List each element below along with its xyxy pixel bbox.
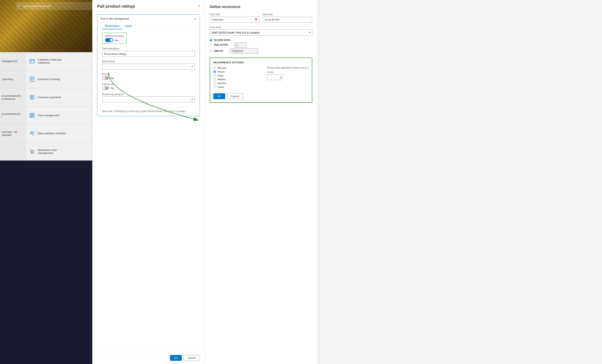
dialog-ok-button[interactable]: OK [170, 355, 182, 361]
pattern-options-left: Minutes Hours Days Weeks Months [213, 66, 259, 89]
critical-job-field: Critical Job No [102, 83, 195, 90]
pattern-years-option[interactable]: Years [213, 86, 259, 88]
left-tile-6 [0, 142, 26, 161]
svg-rect-3 [30, 113, 34, 114]
left-tile-3: ss processes for a resources [0, 88, 26, 106]
pattern-days-radio[interactable] [213, 74, 216, 77]
time-zone-row: Time zone (GMT-08:00) Pacific Time (US &… [210, 26, 312, 35]
end-options-group: NO END DATE END AFTER: END BY: [210, 39, 312, 54]
critical-job-toggle[interactable] [102, 86, 109, 90]
private-field: Private No [102, 73, 195, 80]
critical-job-toggle-row: No [102, 86, 195, 90]
sidebar-item-customer-payments[interactable]: Customer payments [26, 88, 92, 106]
pattern-weeks-option[interactable]: Weeks [213, 78, 259, 81]
pattern-months-option[interactable]: Months [213, 82, 259, 85]
task-description-input[interactable] [102, 51, 195, 57]
payment-icon [29, 95, 35, 100]
batch-processing-section: Batch processing Yes [102, 33, 127, 44]
svg-point-7 [33, 152, 34, 153]
pattern-hours-option[interactable]: Hours [213, 70, 259, 73]
end-after-label: END AFTER: [214, 43, 228, 46]
pattern-months-radio[interactable] [213, 82, 216, 85]
svg-rect-4 [30, 115, 34, 116]
recurrence-ok-button[interactable]: OK [213, 93, 225, 99]
batch-group-field: Batch group [102, 60, 195, 70]
start-time-input[interactable] [263, 17, 312, 23]
time-zone-field: Time zone (GMT-08:00) Pacific Time (US &… [210, 26, 312, 35]
batch-processing-value: Yes [114, 39, 118, 42]
sidebar-item-customer-invoicing[interactable]: Customer invoicing [26, 70, 92, 88]
tab-alerts[interactable]: Alerts [122, 23, 134, 29]
sidebar-item-customer-credit[interactable]: Customer credit and collections [26, 52, 92, 70]
left-tile-5: overview - all mpanies [0, 124, 26, 142]
pattern-minutes-option[interactable]: Minutes [213, 66, 259, 69]
end-after-option[interactable]: END AFTER: [210, 42, 312, 48]
tab-recurrence[interactable]: Recurrence [102, 23, 122, 29]
time-zone-select[interactable]: (GMT-08:00) Pacific Time (US & Canada) [210, 30, 312, 35]
end-after-radio[interactable] [210, 44, 212, 46]
sidebar-item-data-management[interactable]: Data management [26, 106, 92, 124]
pattern-weeks-radio[interactable] [213, 78, 216, 81]
sidebar-label-data-mgmt: Data management [38, 114, 59, 117]
pattern-days-label: Days [217, 74, 224, 77]
no-end-date-option[interactable]: NO END DATE [210, 39, 312, 42]
pull-product-ratings-dialog: Pull product ratings ? Run in the backgr… [92, 0, 205, 364]
order-icon [29, 149, 35, 154]
no-end-date-label: NO END DATE [214, 39, 230, 42]
svg-point-6 [31, 152, 32, 153]
sidebar-item-data-validation[interactable]: Data validation checklist [26, 124, 92, 142]
sidebar-label-invoicing: Customer invoicing [38, 78, 60, 81]
task-description-field: Task description [102, 47, 195, 57]
billing-icon [29, 58, 35, 64]
run-in-background-section: Run in the background ▲ Recurrence Alert… [97, 14, 200, 116]
private-toggle[interactable] [102, 76, 109, 80]
pattern-minutes-radio[interactable] [213, 67, 216, 69]
left-tile-2: t planning [0, 70, 26, 88]
time-zone-select-wrapper: (GMT-08:00) Pacific Time (US & Canada) [210, 30, 312, 35]
batch-group-select[interactable] [102, 64, 195, 70]
batch-group-select-wrapper [102, 64, 195, 70]
end-by-date-input[interactable] [230, 48, 258, 54]
pattern-years-radio[interactable] [213, 86, 216, 88]
sidebar-item-distributed-order[interactable]: Distributed order management [26, 142, 92, 161]
monitoring-category-select[interactable] [102, 96, 195, 103]
invoice-icon [29, 76, 35, 82]
private-label: Private [102, 73, 195, 76]
pattern-days-option[interactable]: Days [213, 74, 259, 77]
count-input[interactable] [267, 75, 283, 80]
start-date-time-row: Start date 7/29/2019 📅 Start time [210, 13, 312, 23]
no-end-date-radio[interactable] [210, 39, 212, 42]
start-date-field: Start date 7/29/2019 📅 [210, 13, 259, 23]
batch-group-label: Batch group [102, 60, 195, 63]
recurrence-pattern-footer: OK Cancel [213, 93, 309, 99]
end-by-option[interactable]: END BY: [210, 48, 312, 54]
help-icon[interactable]: ? [198, 5, 200, 8]
end-by-radio[interactable] [210, 50, 212, 52]
search-input[interactable] [23, 5, 90, 8]
end-after-count-input[interactable] [235, 42, 247, 48]
sidebar-label-distributed: Distributed order management [38, 149, 57, 154]
left-tile-1: management [0, 52, 26, 70]
run-in-background-header[interactable]: Run in the background ▲ [97, 15, 200, 23]
pattern-hours-label: Hours [217, 70, 225, 73]
left-nav-col: management t planning ss processes for a… [0, 52, 26, 161]
sidebar-label-validation: Data validation checklist [38, 132, 66, 135]
critical-job-value: No [111, 87, 114, 90]
chevron-up-icon: ▲ [194, 17, 196, 20]
end-by-label: END BY: [214, 50, 224, 52]
dialog-footer: OK Cancel [92, 352, 205, 364]
monitoring-category-label: Monitoring category [102, 93, 195, 96]
pattern-hours-radio[interactable] [213, 70, 216, 73]
search-bar[interactable]: 🔍 [16, 2, 92, 10]
dialog-form: Batch processing Yes Task description Ba… [97, 30, 200, 116]
calendar-icon: 📅 [254, 18, 258, 21]
start-date-display[interactable]: 7/29/2019 📅 [210, 17, 259, 23]
recurrence-cancel-button[interactable]: Cancel [227, 93, 243, 99]
batch-processing-toggle[interactable] [105, 38, 113, 42]
dialog-cancel-button[interactable]: Cancel [183, 355, 200, 361]
dialog-header: Pull product ratings ? [92, 0, 205, 11]
recurrence-pattern-box: RECURRENCE PATTERN Minutes Hours Days [210, 58, 312, 103]
repeat-after-label: Repeat after specified number of hours [267, 66, 309, 69]
pattern-count-right: Repeat after specified number of hours C… [267, 66, 309, 89]
start-date-label: Start date [210, 13, 259, 16]
